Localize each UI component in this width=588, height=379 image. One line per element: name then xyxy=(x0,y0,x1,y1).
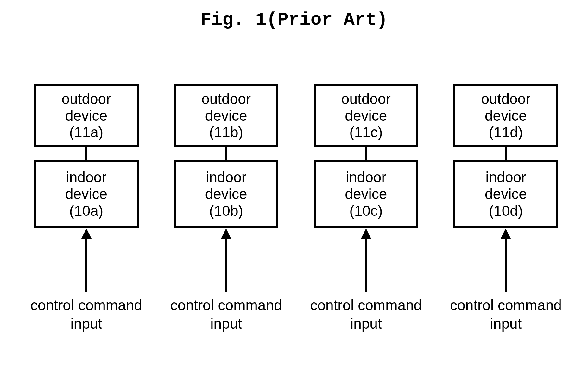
up-arrow-icon xyxy=(219,228,233,295)
input-label: control command input xyxy=(450,296,562,333)
outdoor-ref: (11c) xyxy=(349,124,383,141)
input-label-line1: control command xyxy=(450,297,562,313)
arrow-container xyxy=(499,228,513,296)
connector-line xyxy=(365,147,367,160)
indoor-label-line1: indoor xyxy=(486,169,526,186)
outdoor-device-box: outdoor device (11d) xyxy=(453,84,558,147)
indoor-label-line1: indoor xyxy=(346,169,386,186)
input-label-line1: control command xyxy=(30,297,142,313)
outdoor-label-line1: outdoor xyxy=(61,91,111,107)
input-label: control command input xyxy=(310,296,422,333)
device-column: outdoor device (11d) indoor device (10d)… xyxy=(440,84,572,333)
outdoor-label-line2: device xyxy=(205,107,247,124)
outdoor-ref: (11b) xyxy=(209,124,243,141)
outdoor-ref: (11d) xyxy=(489,124,523,141)
indoor-label-line2: device xyxy=(485,186,527,202)
outdoor-label-line1: outdoor xyxy=(341,91,391,107)
up-arrow-icon xyxy=(359,228,373,295)
indoor-ref: (10b) xyxy=(209,202,243,219)
connector-line xyxy=(505,147,507,160)
input-label-line1: control command xyxy=(310,297,422,313)
outdoor-label-line1: outdoor xyxy=(201,91,251,107)
connector-line xyxy=(85,147,87,160)
indoor-device-box: indoor device (10b) xyxy=(174,160,278,228)
svg-marker-3 xyxy=(221,229,231,239)
input-label-line2: input xyxy=(210,315,242,332)
input-label: control command input xyxy=(30,296,142,333)
outdoor-label-line2: device xyxy=(345,107,387,124)
svg-marker-7 xyxy=(501,229,511,239)
indoor-label-line2: device xyxy=(65,186,107,202)
diagram-columns: outdoor device (11a) indoor device (10a)… xyxy=(21,84,572,333)
indoor-label-line1: indoor xyxy=(66,169,107,186)
indoor-ref: (10c) xyxy=(349,202,383,219)
outdoor-device-box: outdoor device (11b) xyxy=(174,84,278,147)
arrow-container xyxy=(359,228,373,296)
input-label-line2: input xyxy=(490,315,522,332)
input-label-line2: input xyxy=(71,315,102,332)
outdoor-ref: (11a) xyxy=(69,124,103,141)
device-column: outdoor device (11c) indoor device (10c)… xyxy=(300,84,432,333)
up-arrow-icon xyxy=(79,228,93,295)
indoor-ref: (10d) xyxy=(489,202,523,219)
device-column: outdoor device (11b) indoor device (10b)… xyxy=(161,84,292,333)
svg-marker-1 xyxy=(81,229,92,239)
svg-marker-5 xyxy=(361,229,371,239)
device-column: outdoor device (11a) indoor device (10a)… xyxy=(21,84,152,333)
input-label-line2: input xyxy=(350,315,382,332)
up-arrow-icon xyxy=(499,228,513,295)
indoor-label-line1: indoor xyxy=(206,169,246,186)
figure-title: Fig. 1(Prior Art) xyxy=(0,10,588,30)
outdoor-device-box: outdoor device (11a) xyxy=(34,84,139,147)
input-label-line1: control command xyxy=(170,297,282,313)
indoor-label-line2: device xyxy=(345,186,387,202)
outdoor-label-line2: device xyxy=(65,107,107,124)
outdoor-device-box: outdoor device (11c) xyxy=(314,84,418,147)
indoor-device-box: indoor device (10c) xyxy=(314,160,418,228)
input-label: control command input xyxy=(170,296,282,333)
outdoor-label-line1: outdoor xyxy=(481,91,530,107)
indoor-device-box: indoor device (10a) xyxy=(34,160,139,228)
indoor-ref: (10a) xyxy=(69,202,103,219)
connector-line xyxy=(225,147,227,160)
arrow-container xyxy=(79,228,93,296)
indoor-label-line2: device xyxy=(205,186,247,202)
outdoor-label-line2: device xyxy=(485,107,527,124)
indoor-device-box: indoor device (10d) xyxy=(453,160,558,228)
arrow-container xyxy=(219,228,233,296)
